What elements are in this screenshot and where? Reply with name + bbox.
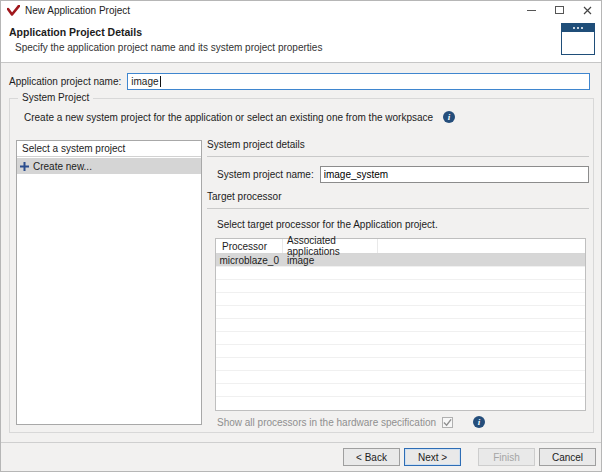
section-divider [207, 156, 589, 157]
system-name-label: System project name: [217, 169, 314, 180]
system-project-group: System Project Create a new system proje… [9, 98, 594, 433]
table-row-empty [216, 397, 585, 410]
minimize-button[interactable] [517, 1, 545, 19]
show-all-label: Show all processors in the hardware spec… [217, 417, 436, 428]
group-description-row: Create a new system project for the appl… [24, 111, 583, 123]
wizard-button-bar: < Back Next > Finish Cancel [1, 442, 601, 471]
app-name-value: image [131, 76, 158, 87]
list-header: Select a system project [17, 141, 201, 157]
table-row-empty [216, 384, 585, 397]
wizard-header: Application Project Details Specify the … [1, 19, 601, 63]
plus-icon [20, 162, 29, 171]
table-row-empty [216, 358, 585, 371]
details-section-title: System project details [207, 139, 589, 152]
window-glyph-titlebar [562, 24, 594, 32]
maximize-button[interactable] [545, 1, 573, 19]
close-button[interactable] [573, 1, 601, 19]
show-all-checkbox[interactable] [442, 417, 453, 428]
info-icon[interactable] [473, 416, 485, 428]
app-name-label: Application project name: [9, 76, 121, 87]
xilinx-logo-icon [7, 5, 20, 16]
maximize-icon [555, 6, 564, 14]
table-row-empty [216, 267, 585, 280]
cell-applications: image [283, 254, 378, 266]
info-icon[interactable] [443, 111, 455, 123]
group-label: System Project [18, 92, 93, 103]
list-item-create-new[interactable]: Create new... [17, 158, 201, 174]
table-header-row: Processor Associated applications [216, 239, 585, 254]
table-row-empty [216, 280, 585, 293]
cell-processor: microblaze_0 [216, 254, 283, 266]
check-icon [443, 418, 452, 427]
table-row-empty [216, 345, 585, 358]
col-header-processor: Processor [216, 239, 283, 253]
close-icon [583, 6, 592, 15]
table-row-empty [216, 332, 585, 345]
list-item-label: Create new... [33, 161, 92, 172]
new-application-project-dialog: New Application Project Application Proj… [0, 0, 602, 472]
group-description: Create a new system project for the appl… [24, 112, 433, 123]
window-title: New Application Project [25, 5, 130, 16]
target-processor-title: Target processor [207, 191, 589, 204]
app-name-row: Application project name: image [9, 73, 590, 90]
minimize-icon [527, 10, 536, 11]
next-button[interactable]: Next > [404, 448, 461, 466]
target-processor-description: Select target processor for the Applicat… [217, 219, 589, 230]
section-divider [207, 208, 589, 209]
table-row-empty [216, 293, 585, 306]
processor-table[interactable]: Processor Associated applications microb… [215, 238, 586, 411]
table-row-empty [216, 371, 585, 384]
system-project-details-panel: System project details System project na… [207, 139, 589, 428]
app-name-input[interactable]: image [127, 73, 590, 90]
table-row-empty [216, 319, 585, 332]
back-button[interactable]: < Back [343, 448, 400, 466]
finish-button: Finish [478, 448, 535, 466]
table-row-empty [216, 306, 585, 319]
show-all-processors-row: Show all processors in the hardware spec… [217, 416, 589, 428]
titlebar: New Application Project [1, 1, 601, 19]
text-caret [160, 76, 161, 87]
window-controls [517, 1, 601, 19]
system-project-list: Select a system project Create new... [16, 140, 202, 425]
page-title: Application Project Details [9, 26, 142, 38]
system-name-row: System project name: [217, 166, 589, 183]
col-header-applications: Associated applications [283, 239, 378, 253]
wizard-banner-icon [561, 23, 595, 55]
page-subtitle: Specify the application project name and… [15, 42, 322, 53]
processor-row-microblaze-0[interactable]: microblaze_0 image [216, 254, 585, 267]
system-project-name-input[interactable] [320, 166, 589, 183]
cancel-button[interactable]: Cancel [539, 448, 596, 466]
